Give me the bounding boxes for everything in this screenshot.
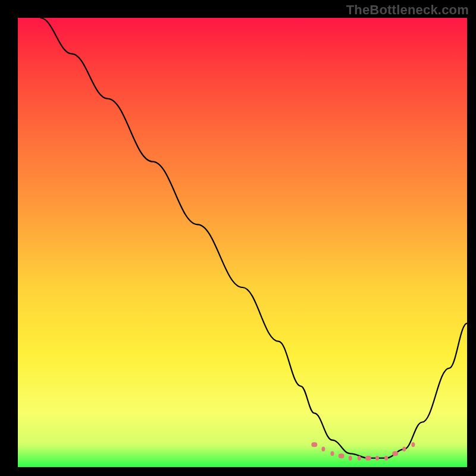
chart-container: TheBottleneck.com bbox=[0, 0, 476, 476]
marker-dot bbox=[349, 456, 352, 461]
marker-dot bbox=[411, 442, 415, 447]
plot-background bbox=[18, 18, 467, 467]
marker-dot bbox=[375, 456, 379, 461]
bottleneck-chart bbox=[0, 0, 476, 476]
marker-dot bbox=[311, 442, 317, 447]
marker-dot bbox=[392, 451, 398, 456]
marker-dot bbox=[358, 456, 361, 461]
marker-dot bbox=[331, 451, 334, 456]
watermark-text: TheBottleneck.com bbox=[346, 2, 469, 18]
marker-dot bbox=[339, 453, 345, 458]
marker-dot bbox=[365, 456, 371, 461]
marker-dot bbox=[321, 447, 325, 452]
marker-dot bbox=[402, 447, 406, 452]
marker-dot bbox=[384, 456, 388, 461]
